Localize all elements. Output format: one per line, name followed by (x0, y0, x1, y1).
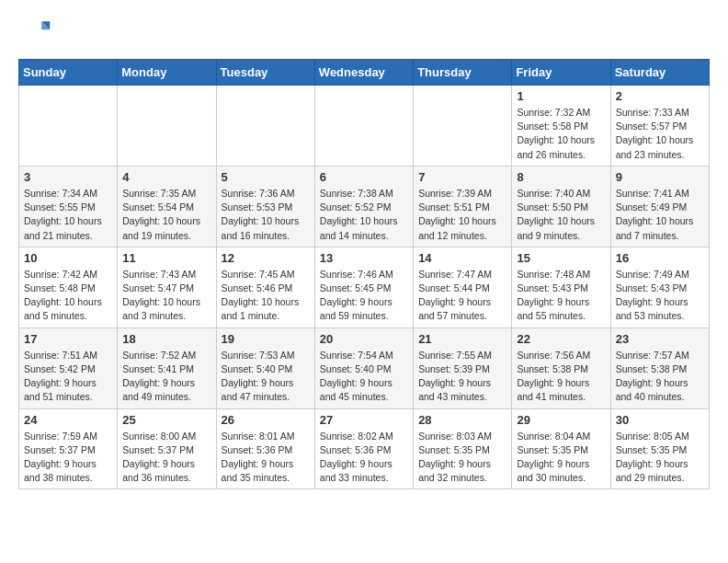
header (18, 15, 710, 48)
day-number: 26 (222, 413, 310, 427)
day-number: 20 (320, 332, 408, 346)
day-info: Sunrise: 7:51 AM Sunset: 5:42 PM Dayligh… (24, 349, 112, 405)
day-info: Sunrise: 7:57 AM Sunset: 5:38 PM Dayligh… (616, 349, 704, 405)
weekday-header-sunday: Sunday (19, 60, 118, 86)
day-number: 4 (122, 170, 210, 184)
week-row-2: 10Sunrise: 7:42 AM Sunset: 5:48 PM Dayli… (19, 247, 710, 327)
day-info: Sunrise: 7:43 AM Sunset: 5:47 PM Dayligh… (122, 268, 210, 324)
day-number: 18 (122, 332, 210, 346)
day-cell: 21Sunrise: 7:55 AM Sunset: 5:39 PM Dayli… (414, 327, 512, 408)
day-number: 8 (517, 170, 605, 184)
day-info: Sunrise: 8:01 AM Sunset: 5:36 PM Dayligh… (222, 430, 310, 486)
day-cell: 27Sunrise: 8:02 AM Sunset: 5:36 PM Dayli… (314, 408, 413, 489)
day-cell: 14Sunrise: 7:47 AM Sunset: 5:44 PM Dayli… (414, 247, 512, 327)
day-cell: 23Sunrise: 7:57 AM Sunset: 5:38 PM Dayli… (610, 327, 709, 408)
day-number: 3 (24, 170, 112, 184)
day-number: 2 (616, 89, 704, 103)
day-cell: 9Sunrise: 7:41 AM Sunset: 5:49 PM Daylig… (610, 166, 709, 247)
day-info: Sunrise: 7:52 AM Sunset: 5:41 PM Dayligh… (122, 349, 210, 405)
day-cell (216, 86, 314, 167)
day-number: 6 (320, 170, 408, 184)
day-cell: 11Sunrise: 7:43 AM Sunset: 5:47 PM Dayli… (118, 247, 216, 327)
day-cell: 20Sunrise: 7:54 AM Sunset: 5:40 PM Dayli… (314, 327, 413, 408)
day-number: 7 (418, 170, 506, 184)
weekday-header-thursday: Thursday (414, 60, 512, 86)
day-info: Sunrise: 8:02 AM Sunset: 5:36 PM Dayligh… (320, 430, 408, 486)
day-cell (19, 86, 118, 167)
day-info: Sunrise: 7:45 AM Sunset: 5:46 PM Dayligh… (222, 268, 310, 324)
day-cell: 18Sunrise: 7:52 AM Sunset: 5:41 PM Dayli… (118, 327, 216, 408)
day-cell: 17Sunrise: 7:51 AM Sunset: 5:42 PM Dayli… (19, 327, 118, 408)
day-cell: 5Sunrise: 7:36 AM Sunset: 5:53 PM Daylig… (216, 166, 314, 247)
day-info: Sunrise: 7:40 AM Sunset: 5:50 PM Dayligh… (517, 187, 605, 243)
week-row-4: 24Sunrise: 7:59 AM Sunset: 5:37 PM Dayli… (19, 408, 710, 489)
day-cell: 4Sunrise: 7:35 AM Sunset: 5:54 PM Daylig… (118, 166, 216, 247)
day-cell: 19Sunrise: 7:53 AM Sunset: 5:40 PM Dayli… (216, 327, 314, 408)
day-info: Sunrise: 7:36 AM Sunset: 5:53 PM Dayligh… (222, 187, 310, 243)
page: SundayMondayTuesdayWednesdayThursdayFrid… (0, 0, 728, 508)
day-info: Sunrise: 7:53 AM Sunset: 5:40 PM Dayligh… (222, 349, 310, 405)
day-cell: 13Sunrise: 7:46 AM Sunset: 5:45 PM Dayli… (314, 247, 413, 327)
day-info: Sunrise: 7:55 AM Sunset: 5:39 PM Dayligh… (418, 349, 506, 405)
day-number: 21 (418, 332, 506, 346)
day-cell: 2Sunrise: 7:33 AM Sunset: 5:57 PM Daylig… (610, 86, 709, 167)
day-cell: 30Sunrise: 8:05 AM Sunset: 5:35 PM Dayli… (610, 408, 709, 489)
day-number: 30 (616, 413, 704, 427)
day-number: 10 (24, 251, 112, 265)
day-cell: 1Sunrise: 7:32 AM Sunset: 5:58 PM Daylig… (512, 86, 610, 167)
day-cell: 26Sunrise: 8:01 AM Sunset: 5:36 PM Dayli… (216, 408, 314, 489)
day-info: Sunrise: 8:05 AM Sunset: 5:35 PM Dayligh… (616, 430, 704, 486)
day-info: Sunrise: 7:32 AM Sunset: 5:58 PM Dayligh… (517, 106, 605, 162)
day-info: Sunrise: 7:39 AM Sunset: 5:51 PM Dayligh… (418, 187, 506, 243)
weekday-header-monday: Monday (118, 60, 216, 86)
day-number: 16 (616, 251, 704, 265)
day-number: 12 (222, 251, 310, 265)
day-info: Sunrise: 8:04 AM Sunset: 5:35 PM Dayligh… (517, 430, 605, 486)
day-info: Sunrise: 7:47 AM Sunset: 5:44 PM Dayligh… (418, 268, 506, 324)
day-info: Sunrise: 7:41 AM Sunset: 5:49 PM Dayligh… (616, 187, 704, 243)
day-info: Sunrise: 7:49 AM Sunset: 5:43 PM Dayligh… (616, 268, 704, 324)
day-cell: 12Sunrise: 7:45 AM Sunset: 5:46 PM Dayli… (216, 247, 314, 327)
week-row-3: 17Sunrise: 7:51 AM Sunset: 5:42 PM Dayli… (19, 327, 710, 408)
day-cell: 8Sunrise: 7:40 AM Sunset: 5:50 PM Daylig… (512, 166, 610, 247)
day-cell: 25Sunrise: 8:00 AM Sunset: 5:37 PM Dayli… (118, 408, 216, 489)
day-number: 14 (418, 251, 506, 265)
day-number: 13 (320, 251, 408, 265)
day-info: Sunrise: 7:35 AM Sunset: 5:54 PM Dayligh… (122, 187, 210, 243)
svg-rect-0 (20, 17, 50, 46)
week-row-0: 1Sunrise: 7:32 AM Sunset: 5:58 PM Daylig… (19, 86, 710, 167)
weekday-header-friday: Friday (512, 60, 610, 86)
day-info: Sunrise: 7:48 AM Sunset: 5:43 PM Dayligh… (517, 268, 605, 324)
weekday-header-saturday: Saturday (610, 60, 709, 86)
day-number: 28 (418, 413, 506, 427)
weekday-header-tuesday: Tuesday (216, 60, 314, 86)
day-info: Sunrise: 7:34 AM Sunset: 5:55 PM Dayligh… (24, 187, 112, 243)
day-info: Sunrise: 7:56 AM Sunset: 5:38 PM Dayligh… (517, 349, 605, 405)
day-cell: 28Sunrise: 8:03 AM Sunset: 5:35 PM Dayli… (414, 408, 512, 489)
day-cell: 24Sunrise: 7:59 AM Sunset: 5:37 PM Dayli… (19, 408, 118, 489)
day-info: Sunrise: 8:03 AM Sunset: 5:35 PM Dayligh… (418, 430, 506, 486)
day-info: Sunrise: 7:33 AM Sunset: 5:57 PM Dayligh… (616, 106, 704, 162)
day-number: 9 (616, 170, 704, 184)
day-cell (118, 86, 216, 167)
day-cell: 6Sunrise: 7:38 AM Sunset: 5:52 PM Daylig… (314, 166, 413, 247)
calendar-table: SundayMondayTuesdayWednesdayThursdayFrid… (18, 59, 710, 489)
day-info: Sunrise: 7:59 AM Sunset: 5:37 PM Dayligh… (24, 430, 112, 486)
day-info: Sunrise: 8:00 AM Sunset: 5:37 PM Dayligh… (122, 430, 210, 486)
day-cell: 29Sunrise: 8:04 AM Sunset: 5:35 PM Dayli… (512, 408, 610, 489)
day-info: Sunrise: 7:54 AM Sunset: 5:40 PM Dayligh… (320, 349, 408, 405)
day-cell: 16Sunrise: 7:49 AM Sunset: 5:43 PM Dayli… (610, 247, 709, 327)
day-number: 19 (222, 332, 310, 346)
day-cell (314, 86, 413, 167)
day-info: Sunrise: 7:46 AM Sunset: 5:45 PM Dayligh… (320, 268, 408, 324)
day-info: Sunrise: 7:38 AM Sunset: 5:52 PM Dayligh… (320, 187, 408, 243)
day-cell: 10Sunrise: 7:42 AM Sunset: 5:48 PM Dayli… (19, 247, 118, 327)
day-number: 25 (122, 413, 210, 427)
day-number: 24 (24, 413, 112, 427)
logo (18, 15, 57, 48)
day-number: 29 (517, 413, 605, 427)
weekday-header-wednesday: Wednesday (314, 60, 413, 86)
weekday-header-row: SundayMondayTuesdayWednesdayThursdayFrid… (19, 60, 710, 86)
day-number: 1 (517, 89, 605, 103)
day-number: 27 (320, 413, 408, 427)
